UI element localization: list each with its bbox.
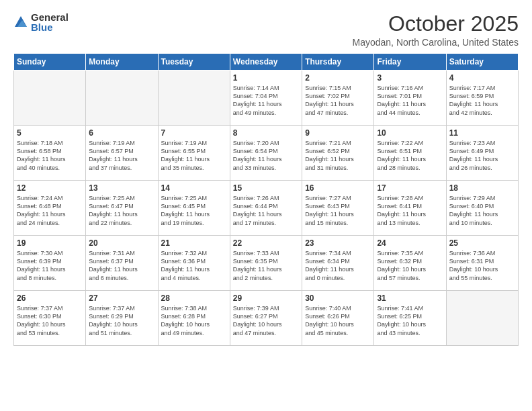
day-info: Sunrise: 7:17 AM Sunset: 6:59 PM Dayligh… — [449, 84, 515, 117]
calendar-header-row: Sunday Monday Tuesday Wednesday Thursday… — [14, 54, 519, 71]
day-number: 10 — [377, 128, 443, 138]
day-info: Sunrise: 7:36 AM Sunset: 6:31 PM Dayligh… — [449, 249, 515, 282]
logo-blue: Blue — [31, 22, 69, 32]
day-number: 1 — [233, 73, 299, 83]
day-info: Sunrise: 7:14 AM Sunset: 7:04 PM Dayligh… — [233, 84, 299, 117]
table-row: 20Sunrise: 7:31 AM Sunset: 6:37 PM Dayli… — [86, 236, 158, 291]
day-number: 18 — [449, 183, 515, 193]
day-info: Sunrise: 7:22 AM Sunset: 6:51 PM Dayligh… — [377, 139, 443, 172]
day-info: Sunrise: 7:38 AM Sunset: 6:28 PM Dayligh… — [161, 304, 227, 337]
day-number: 17 — [377, 183, 443, 193]
table-row: 17Sunrise: 7:28 AM Sunset: 6:41 PM Dayli… — [374, 181, 446, 236]
col-saturday: Saturday — [446, 54, 518, 71]
day-number: 24 — [377, 238, 443, 248]
day-number: 22 — [233, 238, 299, 248]
table-row: 26Sunrise: 7:37 AM Sunset: 6:30 PM Dayli… — [14, 291, 86, 346]
day-number: 21 — [161, 238, 227, 248]
day-info: Sunrise: 7:32 AM Sunset: 6:36 PM Dayligh… — [161, 249, 227, 282]
day-number: 2 — [305, 73, 371, 83]
logo: General Blue — [13, 12, 69, 32]
table-row: 12Sunrise: 7:24 AM Sunset: 6:48 PM Dayli… — [14, 181, 86, 236]
day-number: 8 — [233, 128, 299, 138]
table-row: 23Sunrise: 7:34 AM Sunset: 6:34 PM Dayli… — [302, 236, 374, 291]
day-number: 30 — [305, 293, 371, 303]
day-info: Sunrise: 7:23 AM Sunset: 6:49 PM Dayligh… — [449, 139, 515, 172]
day-info: Sunrise: 7:33 AM Sunset: 6:35 PM Dayligh… — [233, 249, 299, 282]
table-row: 11Sunrise: 7:23 AM Sunset: 6:49 PM Dayli… — [446, 126, 518, 181]
day-info: Sunrise: 7:41 AM Sunset: 6:25 PM Dayligh… — [377, 304, 443, 337]
col-monday: Monday — [86, 54, 158, 71]
table-row: 30Sunrise: 7:40 AM Sunset: 6:26 PM Dayli… — [302, 291, 374, 346]
day-info: Sunrise: 7:34 AM Sunset: 6:34 PM Dayligh… — [305, 249, 371, 282]
table-row: 29Sunrise: 7:39 AM Sunset: 6:27 PM Dayli… — [230, 291, 302, 346]
day-number: 7 — [161, 128, 227, 138]
day-number: 27 — [89, 293, 154, 303]
day-info: Sunrise: 7:18 AM Sunset: 6:58 PM Dayligh… — [17, 139, 83, 172]
day-number: 23 — [305, 238, 371, 248]
logo-text: General Blue — [31, 12, 69, 32]
day-info: Sunrise: 7:19 AM Sunset: 6:57 PM Dayligh… — [89, 139, 154, 172]
day-number: 13 — [89, 183, 154, 193]
day-info: Sunrise: 7:20 AM Sunset: 6:54 PM Dayligh… — [233, 139, 299, 172]
day-number: 9 — [305, 128, 371, 138]
day-info: Sunrise: 7:39 AM Sunset: 6:27 PM Dayligh… — [233, 304, 299, 337]
logo-icon — [13, 15, 28, 30]
day-info: Sunrise: 7:26 AM Sunset: 6:44 PM Dayligh… — [233, 194, 299, 227]
table-row: 22Sunrise: 7:33 AM Sunset: 6:35 PM Dayli… — [230, 236, 302, 291]
calendar-week-row: 19Sunrise: 7:30 AM Sunset: 6:39 PM Dayli… — [14, 236, 519, 291]
table-row — [14, 71, 86, 126]
table-row: 4Sunrise: 7:17 AM Sunset: 6:59 PM Daylig… — [446, 71, 518, 126]
table-row: 31Sunrise: 7:41 AM Sunset: 6:25 PM Dayli… — [374, 291, 446, 346]
table-row: 9Sunrise: 7:21 AM Sunset: 6:52 PM Daylig… — [302, 126, 374, 181]
calendar-week-row: 12Sunrise: 7:24 AM Sunset: 6:48 PM Dayli… — [14, 181, 519, 236]
day-info: Sunrise: 7:37 AM Sunset: 6:29 PM Dayligh… — [89, 304, 154, 337]
day-number: 15 — [233, 183, 299, 193]
day-info: Sunrise: 7:31 AM Sunset: 6:37 PM Dayligh… — [89, 249, 154, 282]
day-info: Sunrise: 7:21 AM Sunset: 6:52 PM Dayligh… — [305, 139, 371, 172]
day-info: Sunrise: 7:28 AM Sunset: 6:41 PM Dayligh… — [377, 194, 443, 227]
table-row — [158, 71, 230, 126]
day-number: 28 — [161, 293, 227, 303]
table-row: 27Sunrise: 7:37 AM Sunset: 6:29 PM Dayli… — [86, 291, 158, 346]
day-info: Sunrise: 7:24 AM Sunset: 6:48 PM Dayligh… — [17, 194, 83, 227]
day-info: Sunrise: 7:15 AM Sunset: 7:02 PM Dayligh… — [305, 84, 371, 117]
day-info: Sunrise: 7:37 AM Sunset: 6:30 PM Dayligh… — [17, 304, 83, 337]
calendar-week-row: 26Sunrise: 7:37 AM Sunset: 6:30 PM Dayli… — [14, 291, 519, 346]
col-tuesday: Tuesday — [158, 54, 230, 71]
day-number: 29 — [233, 293, 299, 303]
day-number: 25 — [449, 238, 515, 248]
col-sunday: Sunday — [14, 54, 86, 71]
page: General Blue October 2025 Mayodan, North… — [0, 0, 532, 411]
table-row — [86, 71, 158, 126]
day-number: 6 — [89, 128, 154, 138]
day-number: 11 — [449, 128, 515, 138]
table-row: 7Sunrise: 7:19 AM Sunset: 6:55 PM Daylig… — [158, 126, 230, 181]
day-number: 16 — [305, 183, 371, 193]
day-info: Sunrise: 7:27 AM Sunset: 6:43 PM Dayligh… — [305, 194, 371, 227]
table-row: 10Sunrise: 7:22 AM Sunset: 6:51 PM Dayli… — [374, 126, 446, 181]
day-info: Sunrise: 7:16 AM Sunset: 7:01 PM Dayligh… — [377, 84, 443, 117]
table-row: 25Sunrise: 7:36 AM Sunset: 6:31 PM Dayli… — [446, 236, 518, 291]
day-info: Sunrise: 7:40 AM Sunset: 6:26 PM Dayligh… — [305, 304, 371, 337]
table-row — [446, 291, 518, 346]
table-row: 5Sunrise: 7:18 AM Sunset: 6:58 PM Daylig… — [14, 126, 86, 181]
day-number: 12 — [17, 183, 83, 193]
table-row: 8Sunrise: 7:20 AM Sunset: 6:54 PM Daylig… — [230, 126, 302, 181]
table-row: 14Sunrise: 7:25 AM Sunset: 6:45 PM Dayli… — [158, 181, 230, 236]
day-number: 3 — [377, 73, 443, 83]
day-number: 5 — [17, 128, 83, 138]
day-number: 31 — [377, 293, 443, 303]
col-thursday: Thursday — [302, 54, 374, 71]
col-wednesday: Wednesday — [230, 54, 302, 71]
table-row: 16Sunrise: 7:27 AM Sunset: 6:43 PM Dayli… — [302, 181, 374, 236]
table-row: 24Sunrise: 7:35 AM Sunset: 6:32 PM Dayli… — [374, 236, 446, 291]
table-row: 13Sunrise: 7:25 AM Sunset: 6:47 PM Dayli… — [86, 181, 158, 236]
day-info: Sunrise: 7:30 AM Sunset: 6:39 PM Dayligh… — [17, 249, 83, 282]
col-friday: Friday — [374, 54, 446, 71]
logo-general: General — [31, 12, 69, 22]
main-title: October 2025 — [353, 12, 519, 36]
header: General Blue October 2025 Mayodan, North… — [13, 12, 519, 48]
day-number: 4 — [449, 73, 515, 83]
table-row: 21Sunrise: 7:32 AM Sunset: 6:36 PM Dayli… — [158, 236, 230, 291]
day-info: Sunrise: 7:25 AM Sunset: 6:47 PM Dayligh… — [89, 194, 154, 227]
